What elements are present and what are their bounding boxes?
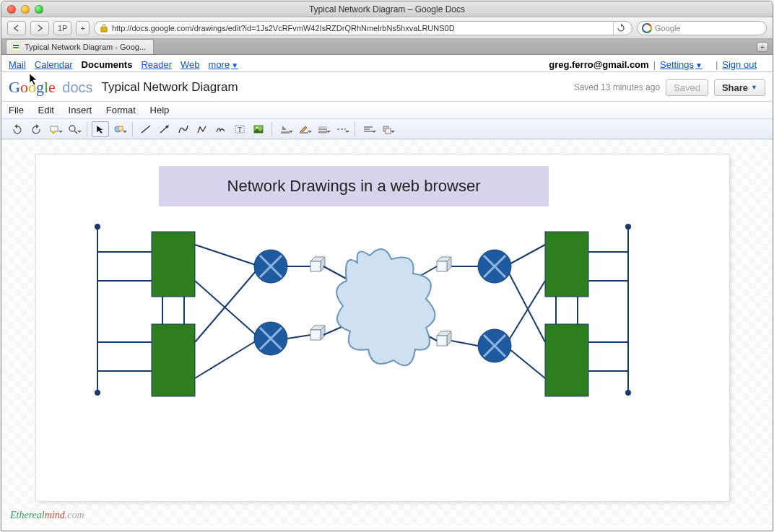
svg-rect-0: [101, 27, 107, 32]
menu-file[interactable]: File: [9, 105, 24, 115]
switch-shape[interactable]: [152, 324, 195, 396]
separator: [271, 122, 272, 136]
svg-rect-16: [281, 131, 290, 134]
svg-rect-5: [51, 126, 58, 131]
toolbar: T: [1, 119, 773, 139]
save-status: Saved 13 minutes ago: [574, 82, 660, 92]
curve-tool-button[interactable]: [175, 121, 192, 137]
scribble-tool-button[interactable]: [212, 121, 230, 137]
image-tool-button[interactable]: [250, 121, 267, 137]
bus-endpoint[interactable]: [625, 390, 631, 396]
url-field[interactable]: http://docs.google.com/drawings/edit?id=…: [94, 21, 632, 35]
select-tool-button[interactable]: [92, 121, 109, 137]
menu-insert[interactable]: Insert: [69, 105, 92, 115]
undo-button[interactable]: [9, 121, 26, 137]
paint-format-button[interactable]: [46, 121, 64, 137]
share-label: Share: [722, 82, 748, 93]
saved-button: Saved: [666, 79, 708, 96]
svg-line-42: [195, 339, 260, 378]
svg-line-10: [142, 126, 150, 133]
separator: [355, 122, 355, 136]
watermark: Etherealmind.com: [10, 510, 84, 521]
router-shape[interactable]: [254, 322, 287, 355]
reload-button[interactable]: [613, 21, 627, 35]
line-dash-button[interactable]: [333, 121, 350, 137]
google-docs-logo[interactable]: Google docs: [9, 78, 93, 97]
google-nav-bar: Mail Calendar Documents Reader Web more▼…: [1, 55, 773, 72]
arrange-button[interactable]: [378, 121, 396, 137]
firewall-shape[interactable]: [437, 331, 451, 346]
svg-line-43: [505, 245, 545, 266]
text-tool-button[interactable]: T: [231, 121, 248, 137]
line-color-button[interactable]: [295, 121, 313, 137]
forward-button[interactable]: [30, 21, 49, 35]
menubar: File Edit Insert Format Help: [1, 102, 773, 119]
svg-rect-12: [235, 126, 244, 133]
menu-format[interactable]: Format: [106, 105, 136, 115]
redo-button[interactable]: [27, 121, 45, 137]
line-tool-button[interactable]: [137, 121, 155, 137]
menu-help[interactable]: Help: [150, 105, 170, 115]
browser-toolbar: 1P + http://docs.google.com/drawings/edi…: [1, 17, 773, 39]
onepassword-button[interactable]: 1P: [53, 21, 71, 35]
separator: [87, 122, 87, 136]
bus-endpoint[interactable]: [95, 224, 100, 230]
switch-shape[interactable]: [152, 232, 195, 297]
new-tab-button[interactable]: +: [757, 42, 768, 52]
network-diagram[interactable]: [36, 154, 729, 501]
router-shape[interactable]: [478, 329, 511, 362]
firewall-shape[interactable]: [310, 257, 325, 271]
cloud-shape[interactable]: [336, 249, 435, 365]
add-bookmark-button[interactable]: +: [76, 21, 89, 35]
share-button[interactable]: Share ▼: [714, 79, 765, 96]
window-title: Typical Network Diagram – Google Docs: [1, 4, 773, 14]
shape-tool-button[interactable]: [110, 121, 128, 137]
browser-tab[interactable]: Typical Network Diagram - Goog...: [6, 39, 154, 54]
svg-rect-64: [310, 330, 321, 340]
back-button[interactable]: [7, 21, 26, 35]
svg-line-45: [505, 266, 545, 342]
svg-rect-26: [386, 128, 391, 134]
svg-line-62: [451, 341, 478, 346]
align-button[interactable]: [360, 121, 377, 137]
switch-shape[interactable]: [545, 324, 588, 396]
zoom-button[interactable]: [65, 121, 82, 137]
canvas-area[interactable]: Network Drawings in a web browser: [1, 139, 773, 526]
docs-header: Google docs Typical Network Diagram Save…: [1, 72, 773, 102]
nav-mail[interactable]: Mail: [9, 59, 26, 70]
svg-rect-9: [118, 126, 123, 131]
firewall-shape[interactable]: [437, 257, 451, 271]
svg-rect-14: [254, 126, 263, 133]
minimize-button[interactable]: [21, 5, 30, 14]
router-shape[interactable]: [478, 250, 511, 283]
svg-rect-66: [437, 336, 447, 346]
polyline-tool-button[interactable]: [194, 121, 211, 137]
arrow-tool-button[interactable]: [156, 121, 173, 137]
svg-line-44: [505, 281, 545, 346]
nav-more[interactable]: more▼: [209, 59, 239, 70]
site-lock-icon: [99, 23, 109, 33]
fill-color-button[interactable]: [277, 121, 294, 137]
nav-settings[interactable]: Settings▼: [660, 59, 703, 70]
nav-signout[interactable]: Sign out: [722, 59, 757, 70]
svg-point-15: [256, 126, 258, 128]
router-shape[interactable]: [254, 250, 287, 283]
close-button[interactable]: [7, 5, 16, 14]
menu-edit[interactable]: Edit: [38, 105, 54, 115]
document-title[interactable]: Typical Network Diagram: [102, 80, 238, 95]
nav-calendar[interactable]: Calendar: [35, 59, 73, 70]
nav-documents[interactable]: Documents: [82, 59, 133, 70]
line-weight-button[interactable]: [314, 121, 331, 137]
drawing-page[interactable]: Network Drawings in a web browser: [36, 154, 729, 501]
zoom-button[interactable]: [35, 5, 43, 14]
svg-line-11: [160, 126, 168, 133]
svg-text:T: T: [238, 126, 242, 134]
switch-shape[interactable]: [545, 232, 588, 297]
nav-web[interactable]: Web: [181, 59, 200, 70]
nav-reader[interactable]: Reader: [141, 59, 172, 70]
user-email: greg.ferro@gmail.com: [549, 59, 648, 70]
firewall-shape[interactable]: [310, 326, 325, 340]
bus-endpoint[interactable]: [95, 390, 100, 396]
bus-endpoint[interactable]: [625, 224, 631, 230]
browser-search-field[interactable]: Google: [637, 21, 767, 35]
